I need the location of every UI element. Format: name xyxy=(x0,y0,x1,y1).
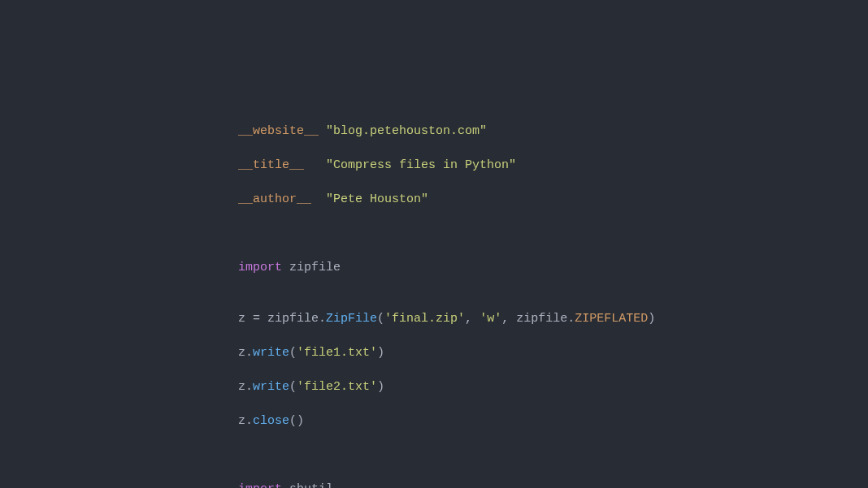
code-line: z = zipfile.ZipFile('final.zip', 'w', zi… xyxy=(238,310,868,327)
keyword: import xyxy=(238,482,282,488)
string-literal: "Compress files in Python" xyxy=(326,158,516,172)
function-name: write xyxy=(253,380,289,394)
module-name: zipfile xyxy=(289,261,341,274)
dunder-var: __website__ xyxy=(238,124,326,138)
code-line: import zipfile xyxy=(238,259,868,276)
token: () xyxy=(289,414,304,428)
token: ( xyxy=(289,346,297,360)
string-literal: 'file1.txt' xyxy=(297,346,377,360)
token xyxy=(282,261,289,274)
function-name: write xyxy=(253,346,289,360)
dunder-var: __author__ xyxy=(238,192,326,206)
token: ) xyxy=(377,380,384,394)
token: z. xyxy=(238,380,253,394)
token: zipfile. xyxy=(260,312,326,326)
code-line: z.write('file1.txt') xyxy=(238,344,868,361)
constant: ZIPEFLATED xyxy=(575,312,648,326)
code-editor: __website__ "blog.petehouston.com" __tit… xyxy=(0,0,868,488)
operator: = xyxy=(253,312,260,326)
string-literal: 'w' xyxy=(480,312,501,326)
code-line: __website__ "blog.petehouston.com" xyxy=(238,123,868,140)
code-line: import shutil xyxy=(238,481,868,488)
string-literal: 'file2.txt' xyxy=(297,380,377,394)
token: ( xyxy=(289,380,297,394)
dunder-var: __title__ xyxy=(238,158,326,172)
function-name: ZipFile xyxy=(326,312,377,326)
string-literal: "blog.petehouston.com" xyxy=(326,124,487,138)
token: , zipfile. xyxy=(501,312,575,326)
token: z. xyxy=(238,414,253,428)
code-line: z.close() xyxy=(238,412,868,430)
code-line: __author__ "Pete Houston" xyxy=(238,191,868,208)
code-line: z.write('file2.txt') xyxy=(238,378,868,395)
string-literal: 'final.zip' xyxy=(384,312,465,326)
token: z. xyxy=(238,346,253,360)
token: ) xyxy=(377,346,384,360)
module-name: shutil xyxy=(289,482,333,488)
token: ( xyxy=(377,312,384,326)
string-literal: "Pete Houston" xyxy=(326,192,428,206)
token: , xyxy=(465,312,480,326)
code-line: __title__ "Compress files in Python" xyxy=(238,157,868,174)
function-name: close xyxy=(253,414,289,428)
token xyxy=(282,482,289,488)
keyword: import xyxy=(238,261,282,274)
token: ) xyxy=(648,312,655,326)
token: z xyxy=(238,312,253,326)
